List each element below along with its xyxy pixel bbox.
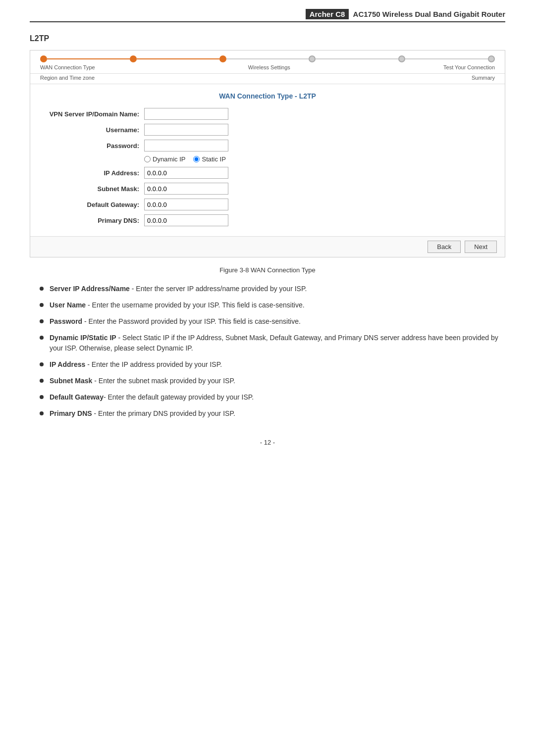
step-2 [130,55,137,62]
bullet-list: Server IP Address/Name - Enter the serve… [30,284,505,419]
step-1 [40,55,47,62]
bullet-dot [40,411,44,415]
static-ip-label: Static IP [202,155,225,163]
bullet-sep-3: - [116,334,122,342]
step-5 [398,55,405,62]
vpn-server-input[interactable] [144,108,228,120]
step-2-circle [130,55,137,62]
bullet-desc-7: Enter the primary DNS provided by your I… [98,409,235,417]
connector-1-2 [47,58,130,59]
static-ip-option[interactable]: Static IP [193,155,225,163]
step-5-circle [398,55,405,62]
bullet-term-7: Primary DNS [50,409,92,417]
bullet-term-2: Password [50,317,82,325]
step-label-wireless: Wireless Settings [248,64,290,70]
bullet-desc-0: Enter the server IP address/name provide… [136,285,307,293]
bullet-term-4: IP Address [50,360,85,368]
connector-5-6 [405,58,488,59]
bullet-desc-6: Enter the default gateway provided by yo… [108,393,254,401]
page-number: - 12 - [30,439,505,446]
wizard-footer: Back Next [30,236,505,257]
password-row: Password: [45,140,490,151]
bullet-sep-6: - [104,393,108,401]
step-3 [219,55,226,62]
bullet-term-0: Server IP Address/Name [50,285,130,293]
bullet-sep-0: - [130,285,136,293]
default-gateway-row: Default Gateway: [45,199,490,210]
ip-type-row: Dynamic IP Static IP [144,155,490,163]
bullet-desc-2: Enter the Password provided by your ISP.… [89,317,301,325]
form-title: WAN Connection Type - L2TP [45,92,490,100]
bullet-term-1: User Name [50,301,86,309]
wizard-form-area: WAN Connection Type - L2TP VPN Server IP… [30,84,505,236]
list-item: User Name - Enter the username provided … [30,300,505,310]
bullet-sep-4: - [85,360,91,368]
bullet-desc-4: Enter the IP address provided by your IS… [92,360,222,368]
step-4 [309,55,316,62]
step-6-circle [488,55,495,62]
connector-3-4 [226,58,309,59]
bullet-dot [40,303,44,307]
step-label-wan: WAN Connection Type [40,64,95,70]
step-label-test: Test Your Connection [443,64,495,70]
bullet-dot [40,362,44,366]
bullet-dot [40,379,44,383]
list-item: Server IP Address/Name - Enter the serve… [30,284,505,294]
dynamic-ip-option[interactable]: Dynamic IP [144,155,185,163]
bullet-term-3: Dynamic IP/Static IP [50,334,116,342]
list-item: Password - Enter the Password provided b… [30,316,505,327]
primary-dns-label: Primary DNS: [45,217,144,224]
list-item: Primary DNS - Enter the primary DNS prov… [30,408,505,419]
password-input[interactable] [144,140,228,151]
bullet-sep-2: - [82,317,88,325]
primary-dns-input[interactable] [144,214,228,226]
back-button[interactable]: Back [428,241,461,253]
bullet-sep-1: - [86,301,92,309]
ip-address-row: IP Address: [45,167,490,179]
model-label: Archer C8 [306,9,349,19]
subnet-mask-label: Subnet Mask: [45,185,144,193]
bullet-dot [40,319,44,323]
bullet-dot [40,287,44,291]
connector-4-5 [316,58,398,59]
section-title: L2TP [30,34,505,43]
bullet-sep-5: - [92,377,98,385]
vpn-server-row: VPN Server IP/Domain Name: [45,108,490,120]
next-button[interactable]: Next [465,241,497,253]
step-sublabel-summary: Summary [472,75,495,81]
username-input[interactable] [144,124,228,136]
product-name-label: AC1750 Wireless Dual Band Gigabit Router [353,10,505,18]
list-item: Subnet Mask - Enter the subnet mask prov… [30,376,505,386]
username-row: Username: [45,124,490,136]
dynamic-ip-radio[interactable] [144,156,151,162]
vpn-server-label: VPN Server IP/Domain Name: [45,110,144,118]
step-sublabel-region: Region and Time zone [40,75,95,81]
step-4-circle [309,55,316,62]
bullet-desc-1: Enter the username provided by your ISP.… [92,301,305,309]
wizard-box: WAN Connection Type Wireless Settings Te… [30,50,505,257]
bullet-desc-5: Enter the subnet mask provided by your I… [99,377,235,385]
step-3-circle [219,55,226,62]
subnet-mask-input[interactable] [144,183,228,195]
ip-address-input[interactable] [144,167,228,179]
password-label: Password: [45,142,144,150]
step-1-circle [40,55,47,62]
figure-caption: Figure 3-8 WAN Connection Type [30,266,505,274]
connector-2-3 [137,58,219,59]
dynamic-ip-label: Dynamic IP [153,155,185,163]
primary-dns-row: Primary DNS: [45,214,490,226]
bullet-term-6: Default Gateway [50,393,104,401]
bullet-dot [40,395,44,399]
username-label: Username: [45,126,144,134]
bullet-sep-7: - [92,409,98,417]
default-gateway-input[interactable] [144,199,228,210]
bullet-dot [40,336,44,340]
list-item: Dynamic IP/Static IP - Select Static IP … [30,333,505,353]
default-gateway-label: Default Gateway: [45,201,144,208]
list-item: IP Address - Enter the IP address provid… [30,359,505,370]
list-item: Default Gateway- Enter the default gatew… [30,392,505,403]
subnet-mask-row: Subnet Mask: [45,183,490,195]
ip-address-label: IP Address: [45,169,144,177]
static-ip-radio[interactable] [193,156,200,162]
bullet-term-5: Subnet Mask [50,377,92,385]
